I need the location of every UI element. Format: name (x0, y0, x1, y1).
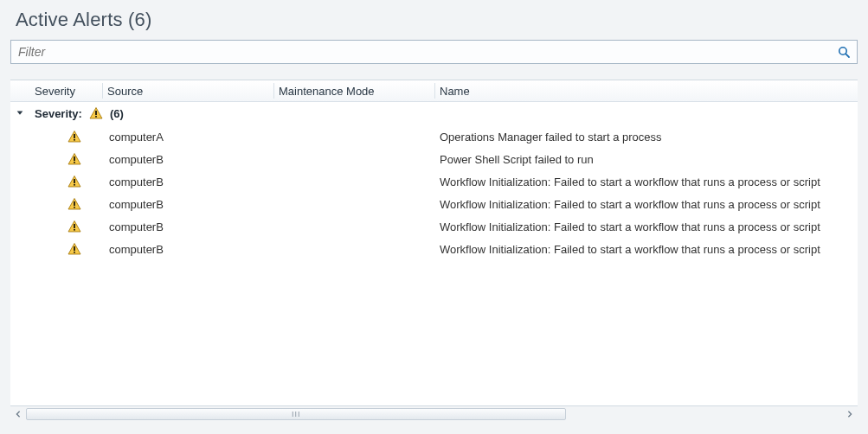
col-divider (273, 83, 274, 99)
cell-name: Workflow Initialization: Failed to start… (434, 170, 858, 193)
cell-source: computerB (102, 148, 286, 170)
col-mm-label: Maintenance Mode (279, 85, 375, 98)
svg-rect-7 (74, 162, 75, 163)
svg-rect-13 (74, 229, 75, 231)
cell-severity (29, 125, 102, 148)
table-row[interactable]: computerB Power Shell Script failed to r… (10, 148, 858, 170)
col-source-label: Source (107, 85, 143, 98)
title-count: (6) (128, 9, 152, 30)
cell-source: computerB (102, 193, 286, 215)
group-label: Severity: (35, 107, 82, 120)
cell-name: Workflow Initialization: Failed to start… (434, 215, 858, 238)
svg-rect-8 (74, 179, 75, 183)
cell-name: Operations Manager failed to start a pro… (434, 125, 858, 148)
col-severity-label: Severity (35, 85, 75, 98)
scroll-track[interactable]: III (26, 406, 842, 422)
grid-header: Severity Source Maintenance Mode Name (10, 80, 858, 102)
svg-rect-15 (74, 252, 75, 253)
warning-icon (68, 197, 81, 211)
col-source[interactable]: Source (102, 80, 284, 101)
warning-icon (68, 175, 81, 188)
svg-rect-2 (95, 111, 97, 115)
cell-source: computerB (102, 215, 286, 238)
cell-severity (29, 148, 102, 170)
cell-maintenance-mode (273, 215, 445, 238)
cell-maintenance-mode (273, 148, 445, 170)
cell-severity (29, 238, 102, 260)
group-row-severity[interactable]: Severity: (6) (10, 101, 858, 125)
filter-input[interactable] (10, 40, 858, 64)
cell-severity (29, 193, 102, 215)
svg-rect-3 (95, 116, 97, 118)
cell-maintenance-mode (273, 125, 445, 148)
svg-rect-14 (74, 246, 75, 251)
horizontal-scrollbar[interactable]: III (10, 405, 858, 422)
cell-source: computerA (102, 125, 286, 148)
scroll-right-arrow-icon[interactable] (842, 406, 858, 422)
cell-maintenance-mode (273, 193, 445, 215)
col-name-label: Name (440, 85, 470, 98)
col-severity[interactable]: Severity (29, 80, 113, 101)
svg-rect-12 (74, 224, 75, 228)
table-row[interactable]: computerB Workflow Initialization: Faile… (10, 170, 858, 193)
warning-icon (68, 152, 81, 166)
warning-icon (68, 242, 81, 256)
col-divider (102, 83, 103, 99)
svg-rect-5 (74, 139, 75, 141)
svg-rect-10 (74, 201, 75, 206)
svg-rect-9 (74, 184, 75, 186)
table-row[interactable]: computerB Workflow Initialization: Faile… (10, 238, 858, 260)
page-title: Active Alerts (6) (0, 0, 868, 36)
col-name[interactable]: Name (434, 80, 858, 101)
svg-line-1 (845, 54, 849, 57)
cell-maintenance-mode (273, 170, 445, 193)
col-maintenance-mode[interactable]: Maintenance Mode (273, 80, 445, 101)
chevron-down-icon (16, 109, 24, 118)
cell-source: computerB (102, 238, 286, 260)
cell-source: computerB (102, 170, 286, 193)
cell-name: Workflow Initialization: Failed to start… (434, 193, 858, 215)
cell-maintenance-mode (273, 238, 445, 260)
svg-rect-4 (74, 134, 75, 138)
cell-name: Power Shell Script failed to run (434, 148, 858, 170)
warning-icon (89, 106, 103, 120)
svg-rect-6 (74, 156, 75, 161)
table-row[interactable]: computerA Operations Manager failed to s… (10, 125, 858, 148)
alerts-grid: Severity Source Maintenance Mode Name (10, 80, 858, 422)
cell-severity (29, 215, 102, 238)
table-row[interactable]: computerB Workflow Initialization: Faile… (10, 215, 858, 238)
cell-name: Workflow Initialization: Failed to start… (434, 238, 858, 260)
search-icon[interactable] (837, 45, 851, 59)
scroll-thumb[interactable]: III (26, 408, 566, 420)
svg-rect-11 (74, 207, 75, 208)
warning-icon (68, 220, 81, 233)
col-divider (434, 83, 435, 99)
title-text: Active Alerts (16, 9, 123, 30)
scroll-left-arrow-icon[interactable] (10, 406, 26, 422)
cell-severity (29, 170, 102, 193)
warning-icon (68, 130, 81, 144)
scroll-grip-icon: III (292, 411, 301, 418)
group-count: (6) (110, 107, 124, 120)
table-row[interactable]: computerB Workflow Initialization: Faile… (10, 193, 858, 215)
filter-bar (10, 40, 858, 64)
